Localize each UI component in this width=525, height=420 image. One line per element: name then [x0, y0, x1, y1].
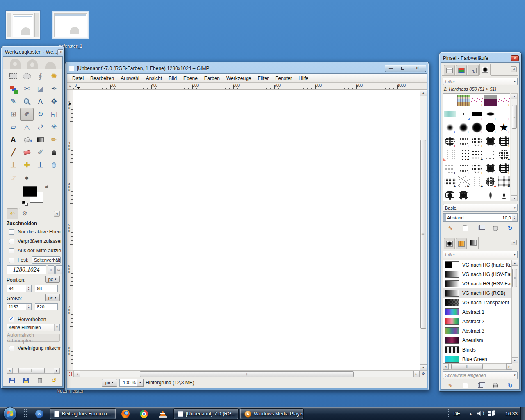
toolbox-titlebar[interactable]: Werkzeugkasten - We... × — [3, 48, 63, 56]
vertical-ruler[interactable]: 2 0 03 0 04 0 05 0 06 0 07 0 08 0 0 — [67, 90, 73, 370]
chrome-icon[interactable] — [140, 410, 148, 418]
tool-blur-sharpen[interactable] — [47, 159, 61, 171]
zoom-follow-window-button[interactable] — [420, 83, 427, 90]
gradient-hscrollbar[interactable]: ◂ ▸ — [443, 363, 512, 370]
fixed-ratio-dropdown[interactable]: Seitenverhältnis▼ — [32, 256, 61, 264]
brush-cell[interactable]: + — [484, 175, 497, 188]
size-spinner[interactable]: ▲▼ — [26, 303, 32, 310]
brush-cell[interactable]: + — [484, 134, 497, 148]
brush-cell[interactable]: + — [457, 148, 470, 161]
gradient-row[interactable]: VG nach HG (harte Kante) — [443, 260, 512, 269]
brush-scrollbar[interactable]: ▴ ▾ — [511, 93, 518, 201]
aspect-ratio-input[interactable] — [7, 265, 46, 274]
ruler-origin-button[interactable]: ▸ — [67, 83, 73, 90]
tab-undo-history[interactable]: ↶ — [7, 208, 18, 219]
tool-smudge[interactable]: ☞ — [7, 171, 20, 184]
brush-cell[interactable]: + — [457, 94, 470, 107]
size-height-input[interactable] — [35, 303, 58, 310]
tool-bucket-fill[interactable] — [20, 133, 34, 146]
image-window-titlebar[interactable]: [Unbenannt]-7.0 (RGB-Farben, 1 Ebene) 12… — [67, 64, 427, 73]
brush-cell[interactable]: + — [484, 94, 497, 107]
tool-rotate[interactable]: ↻ — [34, 108, 47, 121]
brush-cell[interactable]: + — [443, 175, 457, 188]
vlc-icon[interactable] — [159, 411, 167, 417]
tool-paintbrush[interactable]: ╱ — [7, 146, 20, 159]
tab-layers-white-icon[interactable] — [444, 65, 455, 75]
tool-options-scrollbar[interactable]: ◂▸ — [7, 368, 60, 374]
clock[interactable]: 16:33 — [505, 411, 518, 417]
tool-align[interactable]: ⊞ — [7, 108, 20, 121]
tags-input[interactable]: Stichworte eingeben▼ — [443, 371, 518, 379]
brush-cell[interactable]: + — [457, 161, 470, 175]
tool-scissors-select[interactable]: ✂ — [20, 82, 34, 95]
gradient-scrollbar-thumb[interactable] — [512, 269, 517, 287]
tool-fuzzy-select[interactable]: ✺ — [47, 70, 61, 82]
taskbar-button-forum[interactable]: Beitrag fürs Forum.o... — [50, 409, 116, 419]
brush-cell[interactable]: + — [470, 175, 484, 188]
tool-ink[interactable] — [47, 146, 61, 159]
tab-brushes-icon[interactable] — [479, 64, 491, 75]
default-colors-icon[interactable] — [22, 201, 28, 206]
brush-cell[interactable] — [497, 188, 511, 202]
menu-fenster[interactable]: Fenster — [272, 75, 295, 82]
tab-layers-color-icon[interactable] — [456, 65, 467, 75]
navigation-button[interactable]: ✥ — [420, 370, 427, 377]
thunderbird-icon[interactable]: ✉ — [35, 410, 43, 418]
tool-move[interactable]: ✥ — [47, 95, 61, 108]
new-brush-button[interactable] — [460, 224, 471, 232]
dock-close-button[interactable]: × — [511, 55, 519, 61]
brush-cell[interactable]: + — [497, 94, 511, 107]
gradient-row[interactable]: Abstract 1 — [443, 307, 512, 317]
edit-gradient-button[interactable]: ✎ — [445, 381, 456, 390]
brush-cell[interactable]: + — [443, 161, 457, 175]
minimize-button[interactable]: — — [385, 65, 397, 72]
menu-datei[interactable]: Datei — [69, 75, 87, 82]
tab-brushes2-icon[interactable] — [444, 238, 455, 249]
zoom-dropdown[interactable]: 100 %▼ — [119, 379, 144, 387]
brush-cell[interactable]: + — [470, 121, 484, 134]
brush-cell[interactable]: + — [484, 161, 497, 175]
tool-perspective[interactable]: △ — [20, 121, 34, 133]
menu-bearbeiten[interactable]: Bearbeiten — [87, 75, 117, 82]
maximize-button[interactable] — [397, 65, 409, 72]
tool-foreground-select[interactable]: ◪ — [34, 82, 47, 95]
brush-scrollbar-thumb[interactable] — [512, 105, 517, 129]
tool-crop[interactable]: ✐ — [20, 108, 34, 121]
swap-colors-icon[interactable]: ⇄ — [45, 185, 48, 189]
menu-auswahl[interactable]: Auswahl — [117, 75, 142, 82]
action-center-icon[interactable] — [488, 411, 495, 417]
position-y-input[interactable] — [35, 285, 58, 292]
auto-shrink-button[interactable]: Automatisch schrumpfen — [7, 334, 60, 342]
desktop-icon-thumbnail-2[interactable] — [52, 11, 89, 39]
landscape-orientation-button[interactable]: ▭ — [55, 265, 62, 274]
gradient-row[interactable]: Blinds — [443, 345, 512, 354]
menu-farben[interactable]: Farben — [201, 75, 223, 82]
show-hidden-icons[interactable]: ▲ — [469, 412, 472, 416]
new-gradient-button[interactable] — [460, 381, 471, 390]
fixed-ratio-checkbox[interactable] — [9, 258, 14, 263]
save-options-button[interactable] — [7, 377, 17, 384]
foreground-color-swatch[interactable] — [23, 186, 37, 197]
brush-cell[interactable]: + — [470, 161, 484, 175]
gradient-row[interactable]: Abstract 2 — [443, 317, 512, 326]
edit-brush-button[interactable]: ✎ — [445, 224, 456, 232]
gradient-row[interactable]: VG nach HG (RGB) — [443, 288, 512, 298]
tool-color-picker[interactable]: ✎ — [7, 95, 20, 108]
brush-cell[interactable]: + — [443, 121, 457, 134]
quick-mask-toggle[interactable] — [67, 370, 74, 377]
brush-cell[interactable]: + — [470, 94, 484, 107]
option-checkbox[interactable] — [9, 248, 14, 253]
dock-titlebar[interactable]: Pinsel - Farbverläufe × — [441, 54, 520, 62]
brush-cell[interactable]: + — [470, 148, 484, 161]
tool-free-select[interactable]: ∮ — [34, 70, 47, 82]
tool-paths[interactable]: ✒ — [47, 82, 61, 95]
close-button[interactable]: ✕ — [409, 65, 426, 72]
brush-cell[interactable] — [443, 94, 457, 107]
gradient-row[interactable]: VG nach Transparent — [443, 298, 512, 307]
brush-cell[interactable]: + — [457, 134, 470, 148]
taskbar-button-gimp[interactable]: [Unbenannt]-7.0 (RG... — [174, 409, 238, 419]
gradient-row[interactable]: VG nach HG (HSV-Farbton ge — [443, 269, 512, 279]
gradient-row[interactable]: Abstract 3 — [443, 326, 512, 336]
brush-cell[interactable]: + — [457, 175, 470, 188]
brush-cell[interactable] — [443, 188, 457, 202]
